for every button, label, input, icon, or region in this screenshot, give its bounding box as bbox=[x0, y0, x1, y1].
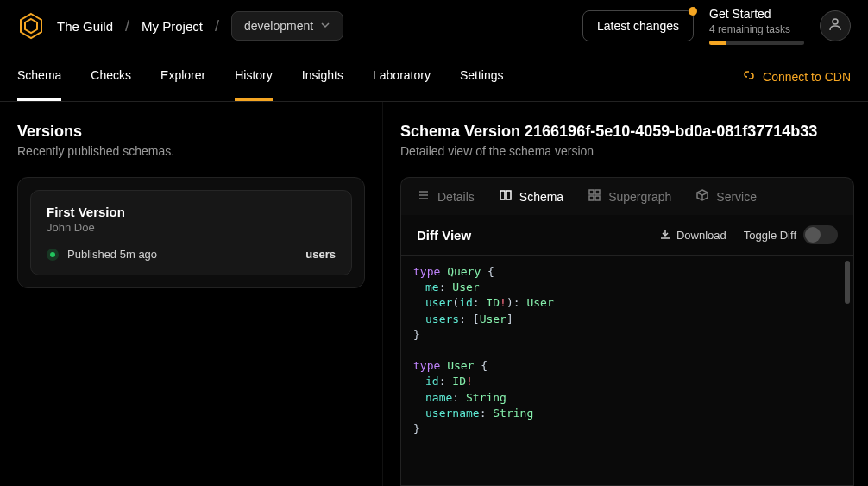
code-line: user(id: ID!): User bbox=[413, 295, 841, 311]
svg-rect-11 bbox=[595, 196, 600, 200]
code-line: username: String bbox=[413, 406, 841, 421]
code-line: type Query { bbox=[413, 264, 841, 280]
code-line: id: ID! bbox=[413, 374, 841, 389]
svg-point-2 bbox=[833, 19, 838, 24]
versions-pane: Versions Recently published schemas. Fir… bbox=[0, 102, 383, 486]
main: Versions Recently published schemas. Fir… bbox=[0, 102, 868, 486]
columns-icon bbox=[499, 188, 513, 205]
code-line: users: [User] bbox=[413, 312, 841, 327]
tab-details-label: Details bbox=[437, 190, 475, 204]
topbar: The Guild / My Project / development Lat… bbox=[0, 0, 868, 52]
nav-tabs: Schema Checks Explorer History Insights … bbox=[17, 52, 504, 101]
svg-rect-10 bbox=[589, 196, 594, 200]
toggle-diff-label: Toggle Diff bbox=[744, 229, 796, 242]
link-icon bbox=[742, 68, 756, 85]
svg-rect-8 bbox=[589, 190, 594, 194]
connect-cdn-link[interactable]: Connect to CDN bbox=[742, 68, 851, 85]
tab-service[interactable]: Service bbox=[695, 188, 757, 205]
latest-changes-label: Latest changes bbox=[597, 19, 679, 33]
breadcrumb-separator: / bbox=[215, 17, 219, 35]
nav-tab-schema[interactable]: Schema bbox=[17, 52, 61, 101]
version-status: Published 5m ago bbox=[47, 248, 157, 261]
get-started-progress bbox=[709, 41, 804, 45]
tab-schema-label: Schema bbox=[519, 190, 563, 204]
version-author: John Doe bbox=[47, 221, 336, 234]
schema-view-tabs: Details Schema Supergraph Service bbox=[400, 177, 854, 215]
code-line: type User { bbox=[413, 358, 841, 374]
schema-version-title: Schema Version 2166196f-5e10-4059-bd0a-0… bbox=[400, 123, 854, 141]
diff-header: Diff View Download Toggle Diff bbox=[400, 215, 854, 256]
chevron-down-icon bbox=[320, 19, 330, 33]
get-started-panel[interactable]: Get Started 4 remaining tasks bbox=[709, 7, 804, 45]
cube-icon bbox=[695, 188, 709, 205]
tab-supergraph-label: Supergraph bbox=[608, 190, 671, 204]
schema-version-subtitle: Detailed view of the schema version bbox=[400, 144, 854, 158]
notification-dot-icon bbox=[689, 7, 697, 16]
tab-service-label: Service bbox=[716, 190, 757, 204]
code-line: } bbox=[413, 421, 841, 437]
svg-rect-6 bbox=[500, 191, 505, 199]
nav-tab-explorer[interactable]: Explorer bbox=[160, 52, 205, 101]
version-card[interactable]: First Version John Doe Published 5m ago … bbox=[30, 190, 352, 275]
breadcrumb-org[interactable]: The Guild bbox=[57, 19, 113, 34]
branch-name: development bbox=[244, 19, 313, 33]
version-title: First Version bbox=[47, 205, 336, 219]
logo-icon[interactable] bbox=[17, 12, 45, 40]
nav-tab-insights[interactable]: Insights bbox=[302, 52, 343, 101]
code-line bbox=[413, 343, 841, 358]
toggle-diff-switch[interactable] bbox=[803, 225, 838, 244]
status-dot-icon bbox=[47, 249, 59, 261]
tab-details[interactable]: Details bbox=[417, 188, 475, 205]
code-line: } bbox=[413, 327, 841, 343]
code-viewer[interactable]: type Query { me: User user(id: ID!): Use… bbox=[400, 256, 854, 486]
list-icon bbox=[417, 188, 431, 205]
grid-icon bbox=[588, 188, 601, 205]
breadcrumb-project[interactable]: My Project bbox=[142, 19, 203, 34]
latest-changes-button[interactable]: Latest changes bbox=[582, 10, 694, 41]
versions-subtitle: Recently published schemas. bbox=[17, 144, 365, 158]
toggle-diff: Toggle Diff bbox=[744, 225, 838, 244]
versions-title: Versions bbox=[17, 123, 365, 141]
breadcrumb: The Guild / My Project / development bbox=[17, 11, 343, 41]
nav-tab-laboratory[interactable]: Laboratory bbox=[373, 52, 431, 101]
svg-rect-9 bbox=[595, 190, 600, 194]
diff-view-title: Diff View bbox=[417, 228, 471, 243]
tab-supergraph[interactable]: Supergraph bbox=[588, 188, 671, 205]
navbar: Schema Checks Explorer History Insights … bbox=[0, 52, 868, 102]
branch-selector[interactable]: development bbox=[231, 11, 343, 41]
topbar-right: Latest changes Get Started 4 remaining t… bbox=[582, 7, 851, 45]
user-icon bbox=[828, 17, 842, 35]
diff-actions: Download Toggle Diff bbox=[659, 225, 838, 244]
connect-cdn-label: Connect to CDN bbox=[763, 70, 851, 84]
code-line: name: String bbox=[413, 390, 841, 406]
get-started-subtitle: 4 remaining tasks bbox=[709, 23, 804, 35]
versions-list: First Version John Doe Published 5m ago … bbox=[17, 177, 365, 288]
nav-tab-checks[interactable]: Checks bbox=[91, 52, 131, 101]
detail-pane: Schema Version 2166196f-5e10-4059-bd0a-0… bbox=[383, 102, 868, 486]
get-started-title: Get Started bbox=[709, 7, 804, 21]
svg-marker-0 bbox=[21, 14, 41, 38]
tab-schema[interactable]: Schema bbox=[499, 188, 563, 205]
breadcrumb-separator: / bbox=[125, 17, 129, 35]
download-button[interactable]: Download bbox=[659, 228, 726, 243]
nav-tab-settings[interactable]: Settings bbox=[460, 52, 504, 101]
code-line: me: User bbox=[413, 280, 841, 295]
nav-tab-history[interactable]: History bbox=[235, 52, 273, 101]
user-avatar[interactable] bbox=[820, 10, 851, 41]
svg-rect-7 bbox=[506, 191, 511, 199]
version-footer: Published 5m ago users bbox=[47, 248, 336, 261]
scrollbar-thumb[interactable] bbox=[845, 261, 850, 304]
version-status-text: Published 5m ago bbox=[67, 248, 157, 261]
download-icon bbox=[659, 228, 671, 243]
download-label: Download bbox=[676, 229, 726, 242]
svg-marker-1 bbox=[25, 19, 37, 33]
version-service-badge: users bbox=[305, 248, 336, 261]
